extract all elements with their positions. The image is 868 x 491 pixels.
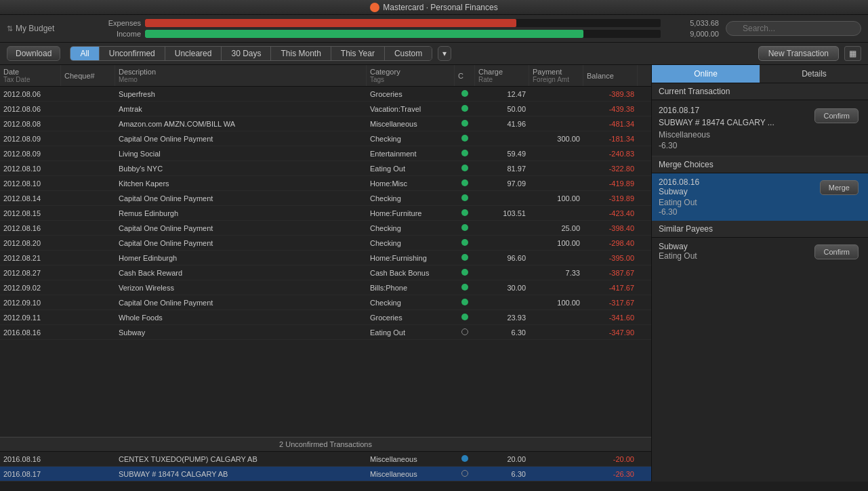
download-button[interactable]: Download xyxy=(7,46,60,61)
table-row[interactable]: 2016.08.16 Subway Eating Out 6.30 -347.9… xyxy=(0,325,651,340)
th-taxdate-label: Tax Date xyxy=(3,76,57,83)
filter-extra-button[interactable]: ▾ xyxy=(438,46,451,61)
rp-similar-payees: Confirm Subway Eating Out xyxy=(652,238,868,266)
tab-uncleared[interactable]: Uncleared xyxy=(165,47,222,60)
td-extra xyxy=(638,152,651,155)
td-cheque xyxy=(61,212,115,215)
td-description: Superfresh xyxy=(115,89,367,100)
transaction-area: Date Tax Date Cheque# Description Memo C… xyxy=(0,65,651,482)
cleared-icon xyxy=(461,105,468,112)
td-balance: -26.30 xyxy=(583,469,638,479)
merge-button[interactable]: Merge xyxy=(820,180,859,195)
th-date-label: Date xyxy=(3,68,57,76)
tab-all[interactable]: All xyxy=(70,47,99,60)
table-row[interactable]: 2012.08.16 Capital One Online Payment Ch… xyxy=(0,221,651,236)
income-label: Income xyxy=(102,30,141,38)
td-payment xyxy=(529,182,583,185)
td-payment xyxy=(529,473,583,475)
td-extra xyxy=(638,93,651,95)
tab-unconfirmed[interactable]: Unconfirmed xyxy=(100,47,165,60)
td-cleared xyxy=(455,193,475,204)
td-payment xyxy=(529,123,583,125)
table-row[interactable]: 2012.08.10 Bubby's NYC Eating Out 81.97 … xyxy=(0,161,651,176)
td-date: 2012.08.08 xyxy=(0,119,61,129)
td-category: Groceries xyxy=(367,312,455,323)
table-row[interactable]: 2012.08.06 Amtrak Vacation:Travel 50.00 … xyxy=(0,102,651,116)
new-transaction-button[interactable]: New Transaction xyxy=(758,46,839,61)
unconfirmed-row[interactable]: 2016.08.17 SUBWAY # 18474 CALGARY AB Mis… xyxy=(0,467,651,482)
td-charge: 81.97 xyxy=(475,163,529,174)
table-row[interactable]: 2012.08.15 Remus Edinburgh Home:Furnitur… xyxy=(0,206,651,221)
td-date: 2012.08.10 xyxy=(0,163,61,174)
td-extra xyxy=(638,108,651,110)
td-charge: 6.30 xyxy=(475,327,529,338)
td-cleared xyxy=(455,297,475,308)
th-charge: Charge Rate xyxy=(475,65,529,86)
cleared-icon xyxy=(461,314,468,320)
rp-tab-online[interactable]: Online xyxy=(652,65,760,83)
table-row[interactable]: 2012.08.27 Cash Back Reward Cash Back Bo… xyxy=(0,265,651,280)
table-row[interactable]: 2012.08.10 Kitchen Kapers Home:Misc 97.0… xyxy=(0,176,651,191)
tab-this-month[interactable]: This Month xyxy=(271,47,331,60)
table-row[interactable]: 2012.09.10 Capital One Online Payment Ch… xyxy=(0,295,651,310)
table-row[interactable]: 2012.08.09 Living Social Entertainment 5… xyxy=(0,146,651,161)
td-cheque xyxy=(61,137,115,140)
confirm-button-1[interactable]: Confirm xyxy=(814,108,859,123)
td-balance: -298.40 xyxy=(583,238,638,249)
rp-tab-details[interactable]: Details xyxy=(760,65,868,83)
table-row[interactable]: 2012.09.11 Whole Foods Groceries 23.93 -… xyxy=(0,310,651,325)
td-date: 2012.08.09 xyxy=(0,148,61,159)
td-charge: 6.30 xyxy=(475,469,529,479)
td-description: Whole Foods xyxy=(115,312,367,323)
td-balance: -419.89 xyxy=(583,178,638,189)
td-balance: -341.60 xyxy=(583,312,638,323)
td-balance: -317.67 xyxy=(583,297,638,308)
table-row[interactable]: 2012.09.02 Verizon Wireless Bills:Phone … xyxy=(0,280,651,295)
td-date: 2016.08.16 xyxy=(0,327,61,338)
td-charge: 41.96 xyxy=(475,119,529,129)
td-category: Eating Out xyxy=(367,327,455,338)
td-description: Homer Edinburgh xyxy=(115,253,367,263)
table-row[interactable]: 2012.08.06 Superfresh Groceries 12.47 -3… xyxy=(0,87,651,102)
confirm-button-2[interactable]: Confirm xyxy=(814,244,859,259)
rp-current-category: Miscellaneous xyxy=(659,130,861,140)
income-bar-container xyxy=(145,30,661,38)
tab-30days[interactable]: 30 Days xyxy=(222,47,271,60)
expense-bar-container xyxy=(145,19,661,27)
th-balance: Balance xyxy=(583,65,638,86)
tab-this-year[interactable]: This Year xyxy=(331,47,385,60)
table-row[interactable]: 2012.08.08 Amazon.com AMZN.COM/BILL WA M… xyxy=(0,116,651,131)
td-description: CENTEX TUXEDO(PUMP) CALGARY AB xyxy=(115,454,367,465)
table-row[interactable]: 2012.08.20 Capital One Online Payment Ch… xyxy=(0,236,651,251)
cleared-icon xyxy=(461,328,468,335)
table-row[interactable]: 2012.08.21 Homer Edinburgh Home:Furnishi… xyxy=(0,251,651,265)
table-row[interactable]: 2012.08.14 Capital One Online Payment Ch… xyxy=(0,191,651,206)
view-toggle-button[interactable]: ▦ xyxy=(844,46,861,61)
rp-similar-payees-header: Similar Payees xyxy=(652,221,868,238)
cleared-icon xyxy=(461,470,468,477)
td-balance: -240.83 xyxy=(583,148,638,159)
td-category: Checking xyxy=(367,223,455,234)
td-balance: -181.34 xyxy=(583,133,638,144)
income-bar-fill xyxy=(145,30,583,38)
tab-custom[interactable]: Custom xyxy=(385,47,432,60)
td-cleared xyxy=(455,208,475,219)
search-input[interactable] xyxy=(726,21,861,36)
expense-label: Expenses xyxy=(102,19,141,27)
td-cheque xyxy=(61,93,115,95)
table-row[interactable]: 2012.08.09 Capital One Online Payment Ch… xyxy=(0,131,651,146)
td-extra xyxy=(638,331,651,334)
td-charge: 50.00 xyxy=(475,104,529,114)
td-payment: 300.00 xyxy=(529,133,583,144)
td-cheque xyxy=(61,197,115,200)
cleared-icon xyxy=(461,455,468,462)
td-balance: -398.40 xyxy=(583,223,638,234)
td-charge: 59.49 xyxy=(475,148,529,159)
td-cleared xyxy=(455,282,475,293)
td-cleared xyxy=(455,469,475,479)
td-extra xyxy=(638,316,651,319)
td-cheque xyxy=(61,167,115,170)
td-cleared xyxy=(455,268,475,278)
unconfirmed-row[interactable]: 2016.08.16 CENTEX TUXEDO(PUMP) CALGARY A… xyxy=(0,452,651,467)
td-description: Capital One Online Payment xyxy=(115,223,367,234)
